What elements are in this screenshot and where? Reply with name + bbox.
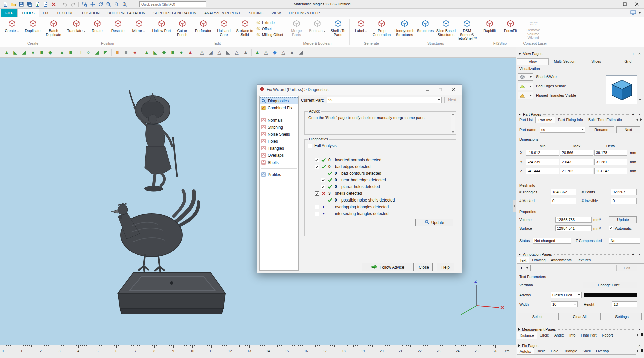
- view-top-icon[interactable]: △: [233, 48, 241, 56]
- invert-marking-tool-icon[interactable]: ○: [84, 48, 92, 56]
- tab-hole[interactable]: Hole: [548, 348, 561, 354]
- drag-handle[interactable]: [540, 346, 635, 347]
- shade-wire-dropdown[interactable]: [518, 73, 533, 81]
- drag-handle[interactable]: [558, 329, 636, 331]
- part-name-dropdown[interactable]: ss: [540, 127, 585, 133]
- stitch-tool-icon[interactable]: ◣: [151, 48, 159, 56]
- ribbon-button-milling-offset[interactable]: Milling Offset: [256, 32, 283, 37]
- full-analysis-checkbox[interactable]: [308, 144, 312, 148]
- ribbon-button-offset[interactable]: Offset: [256, 26, 283, 31]
- ribbon-button-prop-generation[interactable]: Prop Generation: [371, 18, 392, 37]
- drag-handle[interactable]: [543, 114, 629, 116]
- mark-shell-tool-icon[interactable]: ●: [29, 48, 37, 56]
- tab-distance[interactable]: Distance: [517, 332, 537, 339]
- tab-triangle[interactable]: Triangle: [561, 348, 580, 354]
- model-statue[interactable]: [129, 91, 177, 191]
- save-icon[interactable]: [17, 1, 25, 8]
- ribbon-button-mirror[interactable]: Mirror: [128, 18, 149, 33]
- ribbon-button-hollow-part[interactable]: Hollow Part: [151, 18, 172, 33]
- mark-brush-tool-icon[interactable]: ◆: [46, 48, 54, 56]
- zoom-in-icon[interactable]: [105, 1, 112, 8]
- ribbon-display-options-icon[interactable]: [630, 10, 636, 16]
- collapse-arrow-icon[interactable]: [518, 328, 520, 331]
- ribbon-button-duplicate[interactable]: Duplicate: [22, 18, 43, 33]
- add-page-icon[interactable]: +: [631, 252, 635, 256]
- tab-drawing[interactable]: Drawing: [529, 257, 548, 263]
- tab-part-list[interactable]: Part List: [517, 116, 535, 123]
- export-part-icon[interactable]: [42, 1, 49, 8]
- more-tabs-icon[interactable]: [641, 349, 643, 352]
- close-part-icon[interactable]: [50, 1, 57, 8]
- smooth-tool-icon[interactable]: ◆: [160, 48, 168, 56]
- x-max-value[interactable]: 20.566: [560, 150, 593, 156]
- ribbon-tab-build-preparation[interactable]: BUILD PREPARATION: [104, 9, 150, 17]
- ribbon-button-remove-volume-wizard[interactable]: CONCEPT LASERRemove Volume Wizard: [523, 18, 543, 40]
- fix-wizard-page-holes[interactable]: Holes: [260, 138, 298, 145]
- add-page-icon[interactable]: +: [631, 52, 635, 56]
- tab-scroll-left-icon[interactable]: [636, 118, 638, 121]
- grow-marking-tool-icon[interactable]: ◢: [93, 48, 101, 56]
- follow-advice-button[interactable]: Follow Advice: [362, 263, 414, 271]
- z-min-value[interactable]: -41.444: [526, 168, 559, 174]
- mark-all-tool-icon[interactable]: ■: [67, 48, 75, 56]
- tab-scroll-right-icon[interactable]: [640, 118, 642, 121]
- ribbon-button-perforator[interactable]: Perforator: [193, 18, 213, 33]
- close-dialog-icon[interactable]: [448, 86, 459, 93]
- close-button[interactable]: Close: [415, 263, 433, 271]
- drag-handle[interactable]: [544, 54, 629, 55]
- diagnostic-checkbox[interactable]: [321, 185, 325, 189]
- y-delta-value[interactable]: 31.281: [594, 159, 627, 165]
- ribbon-button-create[interactable]: Create: [2, 18, 22, 33]
- orientation-cube[interactable]: [606, 75, 637, 104]
- ribbon-button-shells-to-parts[interactable]: Shells To Parts: [328, 18, 348, 37]
- ribbon-button-label[interactable]: Label: [351, 18, 371, 33]
- tab-attachments[interactable]: Attachments: [548, 257, 574, 263]
- fix-wizard-page-noise-shells[interactable]: Noise Shells: [260, 131, 298, 138]
- tab-final-part[interactable]: Final Part: [578, 332, 599, 339]
- section-tool-icon[interactable]: △: [262, 48, 270, 56]
- clear-all-button[interactable]: Clear All: [558, 313, 601, 320]
- tab-scroll-right-icon[interactable]: [637, 334, 639, 337]
- search-input[interactable]: [139, 1, 206, 7]
- fix-wizard-page-normals[interactable]: Normals: [260, 117, 298, 124]
- ribbon-button-rotate[interactable]: Rotate: [87, 18, 107, 33]
- fix-wizard-page-profiles[interactable]: Profiles: [260, 171, 298, 178]
- ribbon-button-rapidfit[interactable]: Rapidfit: [479, 18, 500, 33]
- close-window-icon[interactable]: [631, 1, 643, 8]
- close-page-icon[interactable]: ×: [637, 344, 642, 348]
- view-bottom-icon[interactable]: ▲: [241, 48, 250, 56]
- ribbon-button-surface-to-solid[interactable]: Surface to Solid: [234, 18, 255, 37]
- shrink-marking-tool-icon[interactable]: ◤: [102, 48, 110, 56]
- diagnostic-checkbox[interactable]: [315, 212, 319, 216]
- model-rooster[interactable]: [111, 191, 198, 272]
- tab-slices[interactable]: Slices: [581, 58, 612, 65]
- delete-marked-tool-icon[interactable]: ●: [131, 48, 139, 56]
- drag-handle[interactable]: [554, 254, 629, 256]
- tab-grid[interactable]: Grid: [612, 58, 644, 65]
- view-back-icon[interactable]: ◢: [207, 48, 215, 56]
- diagnostic-checkbox[interactable]: [315, 191, 319, 196]
- next-part-button[interactable]: Next: [616, 126, 640, 133]
- update-diagnostics-button[interactable]: Update: [415, 219, 453, 226]
- tab-scroll-right-icon[interactable]: [637, 350, 639, 352]
- ribbon-button-hull-and-core[interactable]: Hull and Core: [214, 18, 234, 37]
- view-left-icon[interactable]: △: [215, 48, 223, 56]
- ribbon-button-merge-parts[interactable]: Merge Parts: [286, 18, 307, 37]
- mark-box-tool-icon[interactable]: ■: [38, 48, 46, 56]
- tab-shell[interactable]: Shell: [580, 348, 593, 354]
- ribbon-tab-tools[interactable]: TOOLS: [17, 9, 39, 17]
- view-front-icon[interactable]: △: [198, 48, 206, 56]
- close-page-icon[interactable]: ×: [637, 327, 642, 331]
- tab-textures[interactable]: Textures: [574, 257, 594, 263]
- fix-wizard-page-diagnostics[interactable]: Diagnostics: [260, 97, 298, 104]
- height-input[interactable]: 10: [612, 301, 637, 307]
- panel-splitter[interactable]: [513, 200, 516, 212]
- fix-wizard-page-combined-fix[interactable]: Combined Fix: [260, 104, 298, 111]
- tab-autofix[interactable]: Autofix: [517, 348, 534, 355]
- ribbon-button-structures[interactable]: Structures: [415, 18, 435, 33]
- tab-report[interactable]: Report: [599, 332, 616, 339]
- fix-wizard-page-shells[interactable]: Shells: [260, 159, 298, 166]
- tab-multi-section[interactable]: Multi-Section: [549, 58, 580, 65]
- extrude-tool-icon[interactable]: ●: [177, 48, 185, 56]
- x-delta-value[interactable]: 39.178: [594, 150, 627, 156]
